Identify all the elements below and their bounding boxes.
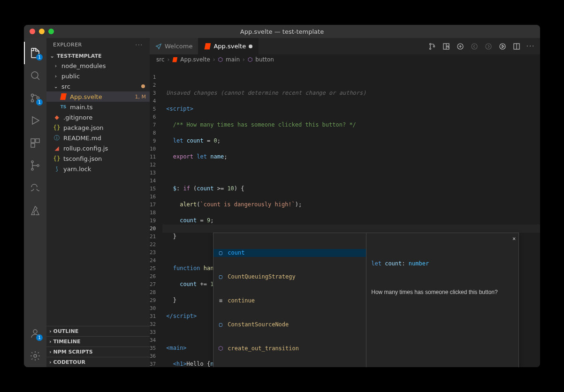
git-hint: Unsaved changes (cannot determine recent…	[166, 89, 540, 97]
close-icon[interactable]: ×	[512, 235, 516, 243]
workspace-header[interactable]: ⌄ TEST-TEMPLATE	[46, 52, 150, 60]
svg-point-0	[31, 72, 38, 78]
editor[interactable]: 12345 678910 1112131415 1617181920 21222…	[150, 65, 540, 367]
suggest-item[interactable]: ▢count	[213, 249, 366, 257]
file-yarn-lock[interactable]: ⟆ yarn.lock	[46, 164, 150, 174]
file-rollup[interactable]: ◢ rollup.config.js	[46, 143, 150, 153]
file-app-svelte[interactable]: App.svelte 1, M	[46, 91, 150, 102]
suggest-list: ▢count ▢CountQueuingStrategy ≡continue ▢…	[213, 233, 366, 367]
traffic-lights	[24, 29, 54, 34]
line-gutter: 12345 678910 1112131415 1617181920 21222…	[150, 65, 162, 367]
npm-scripts-panel[interactable]: ›NPM SCRIPTS	[46, 347, 150, 357]
editor-actions: ···	[423, 38, 540, 54]
git-file-icon: ◆	[53, 113, 61, 121]
toggle-breakpoint-icon[interactable]	[457, 43, 464, 50]
codetour-panel[interactable]: ›CODETOUR	[46, 357, 150, 367]
yarn-file-icon: ⟆	[53, 165, 61, 173]
svg-rect-4	[31, 139, 35, 143]
code-area[interactable]: Unsaved changes (cannot determine recent…	[162, 65, 540, 367]
extensions-icon[interactable]	[24, 132, 46, 154]
svelte-file-icon	[204, 43, 211, 50]
svg-rect-5	[36, 139, 39, 143]
open-preview-icon[interactable]	[442, 43, 450, 50]
svg-point-16	[447, 45, 449, 47]
close-window-button[interactable]	[30, 29, 35, 34]
tab-app-svelte[interactable]: App.svelte	[198, 38, 259, 54]
file-tsconfig[interactable]: {} tsconfig.json	[46, 153, 150, 164]
accounts-badge: 1	[36, 334, 43, 341]
svg-point-2	[31, 100, 34, 102]
file-readme[interactable]: ⓘ README.md	[46, 133, 150, 143]
titlebar: App.svelte — test-template	[24, 25, 540, 38]
suggest-item[interactable]: ≡continue	[213, 297, 366, 305]
folder-public[interactable]: › public	[46, 71, 150, 81]
explorer-more-icon[interactable]: ···	[136, 42, 144, 48]
svelte-file-icon	[60, 93, 67, 100]
outline-panel[interactable]: ›OUTLINE	[46, 326, 150, 336]
file-gitignore[interactable]: ◆ .gitignore	[46, 112, 150, 122]
chevron-down-icon: ⌄	[53, 83, 59, 90]
file-main-ts[interactable]: TS main.ts	[46, 102, 150, 112]
json-file-icon: {}	[53, 124, 61, 131]
ts-file-icon: TS	[60, 103, 67, 111]
svelte-file-icon	[172, 57, 177, 62]
suggest-doc: × let count: number How many times has s…	[366, 233, 518, 367]
search-icon[interactable]	[24, 64, 46, 87]
rollup-file-icon: ◢	[53, 144, 61, 152]
svg-point-1	[31, 94, 34, 97]
file-tree: › node_modules › public ⌄ src App.svelte…	[46, 60, 150, 326]
folder-node-modules[interactable]: › node_modules	[46, 60, 150, 71]
suggest-item[interactable]: ▢CountQueuingStrategy	[213, 273, 366, 281]
minimize-window-button[interactable]	[39, 29, 45, 34]
tab-bar: Welcome App.svelte ···	[150, 38, 540, 54]
more-actions-icon[interactable]: ···	[527, 43, 534, 50]
settings-gear-icon[interactable]	[24, 345, 46, 367]
unsaved-dot-icon	[249, 45, 252, 48]
scm-badge: 1	[36, 99, 43, 106]
vscode-window: App.svelte — test-template 1 1	[24, 25, 540, 367]
json-file-icon: {}	[53, 155, 61, 162]
chevron-right-icon: ›	[53, 73, 59, 79]
compare-changes-icon[interactable]	[428, 43, 436, 50]
chevron-right-icon: ›	[53, 63, 59, 69]
file-package-json[interactable]: {} package.json	[46, 122, 150, 133]
svg-point-10	[33, 330, 37, 333]
svg-point-19	[486, 44, 491, 49]
svg-rect-6	[31, 143, 35, 147]
remote-icon[interactable]	[24, 177, 46, 199]
svg-point-12	[430, 43, 431, 45]
svg-point-11	[34, 354, 37, 357]
nav-back-icon[interactable]	[471, 43, 478, 50]
suggest-item[interactable]: ⬡create_out_transition	[213, 345, 366, 353]
nav-forward-icon[interactable]	[485, 43, 492, 50]
split-editor-icon[interactable]	[513, 43, 520, 50]
explorer-badge: 1	[36, 54, 43, 60]
azure-icon[interactable]	[24, 199, 46, 222]
svg-point-13	[430, 48, 431, 49]
explorer-icon[interactable]: 1	[24, 42, 46, 64]
window-title: App.svelte — test-template	[24, 28, 540, 35]
tab-welcome[interactable]: Welcome	[150, 38, 198, 54]
source-control-icon[interactable]: 1	[24, 87, 46, 109]
suggest-item[interactable]: ▢ConstantSourceNode	[213, 321, 366, 329]
svg-point-14	[434, 45, 435, 47]
explorer-sidebar: EXPLORER ··· ⌄ TEST-TEMPLATE › node_modu…	[46, 38, 150, 367]
accounts-icon[interactable]: 1	[24, 322, 46, 345]
activity-bar: 1 1	[24, 38, 46, 367]
svg-point-8	[31, 168, 33, 170]
suggest-widget: ▢count ▢CountQueuingStrategy ≡continue ▢…	[213, 233, 519, 367]
timeline-panel[interactable]: ›TIMELINE	[46, 336, 150, 347]
modified-dot-icon	[141, 84, 145, 88]
svg-point-9	[37, 165, 39, 166]
svg-point-7	[31, 161, 33, 163]
info-file-icon: ⓘ	[53, 134, 61, 142]
git-graph-icon[interactable]	[24, 154, 46, 177]
run-debug-icon[interactable]	[24, 109, 46, 132]
breadcrumbs[interactable]: src› App.svelte› ⬡main› ⬡button	[150, 54, 540, 65]
folder-src[interactable]: ⌄ src	[46, 81, 150, 91]
maximize-window-button[interactable]	[48, 29, 54, 34]
file-status: 1, M	[135, 94, 146, 100]
svg-point-18	[472, 44, 477, 49]
explorer-title: EXPLORER	[53, 42, 82, 48]
run-icon[interactable]	[499, 43, 506, 50]
